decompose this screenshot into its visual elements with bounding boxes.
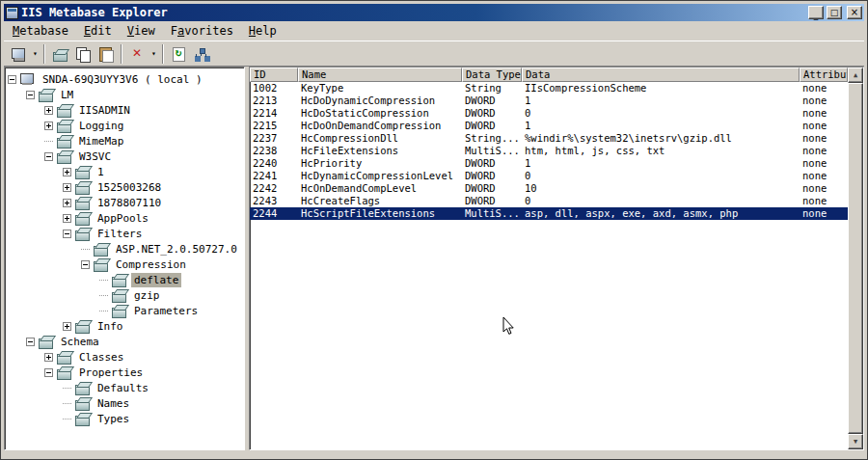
key-icon xyxy=(112,288,128,302)
connect-dropdown[interactable]: ▾ xyxy=(30,43,41,65)
view-tree-button[interactable] xyxy=(190,43,213,65)
collapse-toggle[interactable] xyxy=(8,75,16,84)
cell-id: 2244 xyxy=(250,207,298,220)
cell-attributes: none xyxy=(800,132,848,145)
collapse-toggle[interactable] xyxy=(26,91,35,99)
tree-item-asp-net-2-0-50727-0[interactable]: ASP.NET_2.0.50727.0 xyxy=(8,241,244,257)
menu-help[interactable]: Help xyxy=(241,22,285,41)
tree-item-logging[interactable]: Logging xyxy=(8,118,244,133)
expand-toggle[interactable] xyxy=(63,168,71,176)
column-header-id[interactable]: ID xyxy=(250,68,298,82)
expand-toggle[interactable] xyxy=(63,199,71,207)
tree-item-gzip[interactable]: gzip xyxy=(8,287,244,303)
cell-name: HcOnDemandCompLevel xyxy=(298,182,462,195)
refresh-icon xyxy=(171,46,186,62)
expand-toggle[interactable] xyxy=(63,214,71,223)
collapse-toggle[interactable] xyxy=(81,260,90,269)
tree-item-parameters[interactable]: Parameters xyxy=(8,303,244,318)
expand-toggle[interactable] xyxy=(44,353,53,362)
tree-item-snda-69q3uyy3v6-local[interactable]: SNDA-69Q3UYY3V6 ( local ) xyxy=(8,71,244,87)
tree-item-types[interactable]: Types xyxy=(8,411,244,426)
refresh-button[interactable] xyxy=(167,43,190,65)
delete-button[interactable] xyxy=(125,43,149,65)
scroll-up-button[interactable]: ▲ xyxy=(848,68,863,83)
tree-item-label: 1525003268 xyxy=(95,180,164,195)
list-row-1002[interactable]: 1002KeyTypeStringIIsCompressionSchemenon… xyxy=(250,82,848,95)
cell-name: HcFileExtensions xyxy=(298,145,462,157)
list-row-2214[interactable]: 2214HcDoStaticCompressionDWORD0none xyxy=(250,107,848,120)
cell-data-type: MultiS... xyxy=(462,145,522,157)
tree-item-lm[interactable]: LM xyxy=(8,87,244,102)
tree-item-label: Properties xyxy=(76,365,146,380)
expand-toggle[interactable] xyxy=(44,106,53,115)
column-header-name[interactable]: Name xyxy=(298,68,462,82)
tree-view[interactable]: SNDA-69Q3UYY3V6 ( local )LMIISADMINLoggi… xyxy=(4,67,245,450)
vertical-scrollbar[interactable]: ▲ ▼ xyxy=(848,68,863,449)
expand-toggle[interactable] xyxy=(63,183,71,192)
tree-item-apppools[interactable]: AppPools xyxy=(8,210,244,226)
list-row-2243[interactable]: 2243HcCreateFlagsDWORD0none xyxy=(250,195,848,207)
toolbar: ▾▾ xyxy=(4,41,864,67)
tree-item-deflate[interactable]: deflate xyxy=(8,272,244,287)
expand-toggle[interactable] xyxy=(44,122,53,130)
collapse-toggle[interactable] xyxy=(63,230,71,238)
app-icon[interactable] xyxy=(6,7,18,19)
close-button[interactable]: × xyxy=(847,6,862,19)
collapse-toggle[interactable] xyxy=(26,338,35,346)
minimize-button[interactable]: _ xyxy=(808,6,824,19)
list-body[interactable]: 1002KeyTypeStringIIsCompressionSchemenon… xyxy=(250,82,848,449)
tree-item-label: AppPools xyxy=(95,211,151,226)
list-row-2240[interactable]: 2240HcPriorityDWORD1none xyxy=(250,157,848,170)
menu-edit[interactable]: Edit xyxy=(76,22,120,41)
tree-item-label: gzip xyxy=(131,288,163,303)
copy-button[interactable] xyxy=(71,43,95,65)
cell-data-type: DWORD xyxy=(462,95,522,107)
tree-item-properties[interactable]: Properties xyxy=(8,365,244,380)
tree-item-1878807110[interactable]: 1878807110 xyxy=(8,195,244,210)
scroll-thumb[interactable] xyxy=(848,83,863,434)
column-header-data-type[interactable]: Data Type xyxy=(462,68,522,82)
collapse-toggle[interactable] xyxy=(44,152,53,161)
column-header-attributes[interactable]: Attributes xyxy=(800,68,848,82)
title-bar[interactable]: IIS Metabase Explorer _ □ × xyxy=(4,4,864,21)
tree-item-1[interactable]: 1 xyxy=(8,164,244,179)
cell-data: htm, html, js, css, txt xyxy=(522,145,800,157)
menu-metabase[interactable]: Metabase xyxy=(5,22,76,41)
tree-item-label: Info xyxy=(95,319,126,334)
tree-item-info[interactable]: Info xyxy=(8,318,244,334)
connect-button[interactable] xyxy=(7,43,30,65)
key-icon xyxy=(57,103,73,117)
collapse-toggle[interactable] xyxy=(44,368,53,377)
list-row-2238[interactable]: 2238HcFileExtensionsMultiS...htm, html, … xyxy=(250,145,848,157)
expand-toggle[interactable] xyxy=(63,322,71,331)
tree-item-classes[interactable]: Classes xyxy=(8,349,244,365)
tree-item-names[interactable]: Names xyxy=(8,395,244,411)
tree-item-1525003268[interactable]: 1525003268 xyxy=(8,179,244,195)
menu-view[interactable]: View xyxy=(120,22,163,41)
tree-item-defaults[interactable]: Defaults xyxy=(8,380,244,395)
list-row-2242[interactable]: 2242HcOnDemandCompLevelDWORD10none xyxy=(250,182,848,195)
list-row-2215[interactable]: 2215HcDoOnDemandCompressionDWORD1none xyxy=(250,120,848,132)
list-row-2213[interactable]: 2213HcDoDynamicCompressionDWORD1none xyxy=(250,95,848,107)
list-row-2244[interactable]: 2244HcScriptFileExtensionsMultiS...asp, … xyxy=(250,207,848,220)
scroll-down-button[interactable]: ▼ xyxy=(848,434,863,449)
tree-item-mimemap[interactable]: MimeMap xyxy=(8,133,244,149)
tree-item-w3svc[interactable]: W3SVC xyxy=(8,149,244,164)
list-row-2237[interactable]: 2237HcCompressionDllString...%windir%\sy… xyxy=(250,132,848,145)
tree-item-filters[interactable]: Filters xyxy=(8,226,244,241)
column-header-data[interactable]: Data xyxy=(522,68,800,82)
key-icon xyxy=(39,335,55,348)
paste-button[interactable] xyxy=(95,43,118,65)
list-row-2241[interactable]: 2241HcDynamicCompressionLevelDWORD0none xyxy=(250,170,848,182)
tree-item-schema[interactable]: Schema xyxy=(8,334,244,349)
cell-data: 1 xyxy=(522,157,800,170)
tree-item-compression[interactable]: Compression xyxy=(8,257,244,272)
delete-dropdown[interactable]: ▾ xyxy=(149,43,159,65)
tree-item-iisadmin[interactable]: IISADMIN xyxy=(8,102,244,118)
key-icon xyxy=(94,242,110,256)
new-key-button[interactable] xyxy=(48,43,71,65)
paste-icon xyxy=(98,46,114,62)
menu-favorites[interactable]: Favorites xyxy=(163,22,241,41)
key-icon xyxy=(57,134,73,148)
maximize-button[interactable]: □ xyxy=(827,6,842,19)
